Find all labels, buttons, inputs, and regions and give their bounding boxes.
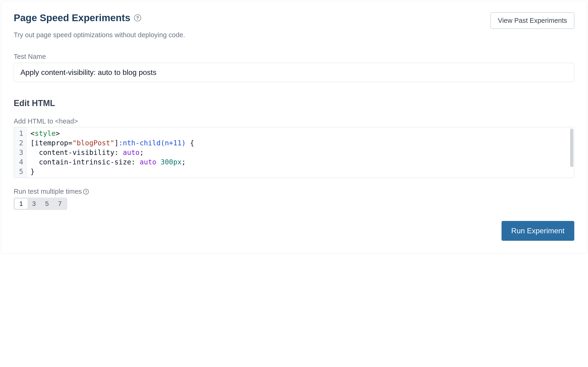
line-number: 4 <box>19 157 23 167</box>
scrollbar-thumb[interactable] <box>570 129 573 167</box>
code-area[interactable]: <style>[itemprop="blogPost"]:nth-child(n… <box>27 127 574 178</box>
page-subtitle: Try out page speed optimizations without… <box>14 31 574 39</box>
test-name-label: Test Name <box>14 53 574 60</box>
run-experiment-button[interactable]: Run Experiment <box>502 221 574 241</box>
code-line[interactable]: [itemprop="blogPost"]:nth-child(n+11) { <box>31 138 570 148</box>
code-line[interactable]: } <box>31 167 570 176</box>
code-editor[interactable]: 12345 <style>[itemprop="blogPost"]:nth-c… <box>14 127 574 178</box>
test-name-input[interactable] <box>14 63 574 82</box>
editor-label: Add HTML to <head> <box>14 117 574 125</box>
code-line[interactable]: content-visibility: auto; <box>31 148 570 157</box>
run-count-option-1[interactable]: 1 <box>15 199 28 209</box>
code-line[interactable]: contain-intrinsic-size: auto 300px; <box>31 157 570 167</box>
view-past-experiments-button[interactable]: View Past Experiments <box>491 12 574 29</box>
edit-html-heading: Edit HTML <box>14 98 574 108</box>
help-icon[interactable]: ? <box>83 189 89 194</box>
run-count-segmented: 1357 <box>14 198 67 210</box>
line-number: 1 <box>19 129 23 138</box>
line-number: 3 <box>19 148 23 157</box>
page-title-text: Page Speed Experiments <box>14 12 130 24</box>
run-multiple-label: Run test multiple times ? <box>14 188 574 195</box>
code-line[interactable]: <style> <box>31 129 570 138</box>
header-row: Page Speed Experiments ? View Past Exper… <box>14 12 574 29</box>
line-number: 5 <box>19 167 23 176</box>
code-gutter: 12345 <box>14 127 27 178</box>
run-count-option-3[interactable]: 3 <box>28 199 41 209</box>
page-title: Page Speed Experiments ? <box>14 12 141 24</box>
experiments-panel: Page Speed Experiments ? View Past Exper… <box>1 1 587 253</box>
run-count-option-7[interactable]: 7 <box>53 199 66 209</box>
line-number: 2 <box>19 138 23 148</box>
run-multiple-label-text: Run test multiple times <box>14 188 82 195</box>
help-icon[interactable]: ? <box>134 14 141 21</box>
footer-row: Run Experiment <box>14 221 574 241</box>
run-count-option-5[interactable]: 5 <box>41 199 53 209</box>
